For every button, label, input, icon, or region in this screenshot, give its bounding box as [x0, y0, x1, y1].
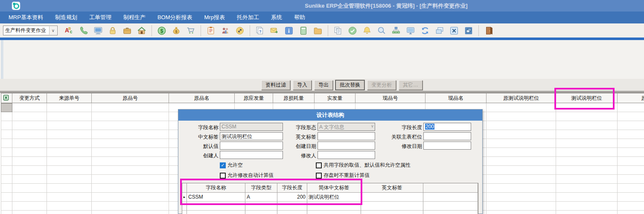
grid-cell[interactable]: [92, 193, 169, 202]
grid-cell[interactable]: [487, 175, 556, 184]
action-button-3[interactable]: 批次替换: [335, 80, 364, 90]
menu-item-5[interactable]: Mrp报表: [198, 12, 231, 23]
mail-send-icon[interactable]: [268, 25, 281, 37]
grid-cell[interactable]: [618, 130, 644, 139]
grid-cell[interactable]: [92, 157, 169, 166]
grid-cell[interactable]: [487, 148, 556, 157]
shopping-cart-icon[interactable]: [184, 25, 197, 37]
grid-cell[interactable]: [92, 148, 169, 157]
action-button-0[interactable]: 资料过滤: [261, 80, 290, 90]
grid-cell[interactable]: [12, 184, 47, 193]
row-indicator-cell[interactable]: [1, 166, 12, 175]
row-indicator-cell[interactable]: [1, 139, 12, 148]
grid-cell[interactable]: [556, 211, 618, 214]
grid-column-header-5[interactable]: 原应发量: [235, 93, 273, 103]
money-bag-icon[interactable]: $: [170, 25, 183, 37]
check-circle-icon[interactable]: [346, 25, 359, 37]
home-icon[interactable]: [135, 25, 148, 37]
menu-item-2[interactable]: 工单管理: [83, 12, 117, 23]
grid-cell[interactable]: [12, 157, 47, 166]
dialog-checkbox-item-0[interactable]: ✓允许空: [220, 162, 243, 169]
grid-cell[interactable]: [487, 130, 556, 139]
cn-label-input[interactable]: 测试说明栏位: [220, 132, 283, 140]
grid-cell[interactable]: [47, 184, 92, 193]
grid-cell[interactable]: [92, 112, 169, 121]
grid-cell[interactable]: [92, 184, 169, 193]
grid-cell[interactable]: [12, 148, 47, 157]
exchange-link-icon[interactable]: [233, 25, 246, 37]
field-length-input[interactable]: 200: [423, 123, 471, 131]
grid-cell[interactable]: [556, 202, 618, 211]
grid-cell[interactable]: [556, 193, 618, 202]
org-chart-icon[interactable]: [390, 25, 402, 37]
menu-item-8[interactable]: 帮助: [288, 12, 311, 23]
grid-cell[interactable]: [487, 193, 556, 202]
menu-item-6[interactable]: 托外加工: [231, 12, 265, 23]
refresh-icon[interactable]: [419, 25, 431, 37]
dialog-table-cell[interactable]: [361, 202, 423, 211]
dialog-table-cell[interactable]: [245, 211, 277, 214]
grid-cell[interactable]: [47, 112, 92, 121]
default-value-input[interactable]: [220, 142, 283, 150]
grid-cell[interactable]: [47, 139, 92, 148]
grid-cell[interactable]: [618, 184, 644, 193]
row-indicator-cell[interactable]: [1, 148, 12, 157]
grid-cell[interactable]: [618, 211, 644, 214]
grid-cell[interactable]: [12, 103, 47, 112]
dialog-table-cell[interactable]: [361, 211, 423, 214]
users-icon[interactable]: [219, 25, 232, 37]
modifier-input[interactable]: [318, 151, 375, 159]
grid-cell[interactable]: [487, 166, 556, 175]
monitor-icon[interactable]: [404, 25, 417, 37]
restore-window-icon[interactable]: [462, 25, 475, 37]
calculator-icon[interactable]: [297, 25, 310, 37]
module-select-dropdown[interactable]: 生产料件变更作业 ∨: [3, 26, 58, 35]
grid-cell[interactable]: [47, 193, 92, 202]
grid-cell[interactable]: [92, 130, 169, 139]
row-indicator-cell[interactable]: [1, 184, 12, 193]
grid-column-header-3[interactable]: 原品号: [92, 93, 169, 103]
row-indicator-cell[interactable]: [1, 202, 12, 211]
grid-cell[interactable]: [618, 175, 644, 184]
grid-column-header-7[interactable]: 实发量: [315, 93, 356, 103]
checkbox-unchecked-icon[interactable]: [316, 173, 322, 179]
grid-cell[interactable]: [556, 130, 618, 139]
menu-item-1[interactable]: 制造规划: [49, 12, 83, 23]
folder-icon[interactable]: [312, 25, 324, 37]
info-icon[interactable]: [283, 25, 295, 37]
create-date-input[interactable]: [318, 142, 375, 150]
grid-column-header-12[interactable]: 原货品号: [618, 93, 644, 103]
grid-cell[interactable]: [618, 148, 644, 157]
menu-item-4[interactable]: BOM分析报表: [152, 12, 198, 23]
grid-cell[interactable]: [618, 193, 644, 202]
en-label-input[interactable]: [318, 132, 375, 140]
grid-column-header-6[interactable]: 原损耗量: [273, 93, 315, 103]
grid-cell[interactable]: [47, 103, 92, 112]
grid-cell[interactable]: [487, 157, 556, 166]
grid-cell[interactable]: [12, 166, 47, 175]
grid-cell[interactable]: [12, 130, 47, 139]
dialog-table-cell[interactable]: [361, 193, 423, 202]
dialog-table-cell[interactable]: [187, 211, 245, 214]
grid-cell[interactable]: [556, 175, 618, 184]
dollar-coin-icon[interactable]: $: [155, 25, 168, 37]
grid-cell[interactable]: [618, 139, 644, 148]
checkbox-unchecked-icon[interactable]: [220, 173, 226, 179]
grid-cell[interactable]: [487, 139, 556, 148]
grid-cell[interactable]: [92, 175, 169, 184]
grid-cell[interactable]: [556, 148, 618, 157]
grid-column-header-8[interactable]: 现品号: [356, 93, 425, 103]
grid-cell[interactable]: [12, 139, 47, 148]
grid-cell[interactable]: [487, 184, 556, 193]
excel-export-icon[interactable]: [1, 93, 12, 103]
row-indicator-cell[interactable]: [1, 157, 12, 166]
menu-item-3[interactable]: 制程生产: [117, 12, 152, 23]
chevron-down-icon[interactable]: ∨: [49, 26, 57, 35]
checkbox-checked-icon[interactable]: ✓: [220, 162, 226, 168]
grid-cell[interactable]: [12, 211, 47, 214]
grid-cell[interactable]: [12, 175, 47, 184]
row-indicator-cell[interactable]: [1, 112, 12, 121]
copy-docs-icon[interactable]: [332, 25, 344, 37]
clipboard-icon[interactable]: [204, 25, 217, 37]
dialog-title[interactable]: 设计表结构: [178, 110, 482, 121]
